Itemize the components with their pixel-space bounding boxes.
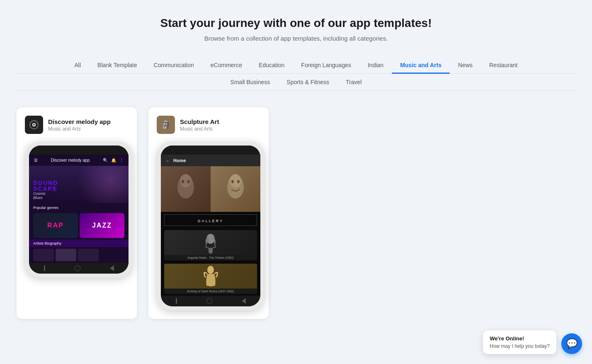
card-title-melody: Discover melody app	[48, 118, 111, 125]
phone-notch-sculpture	[161, 146, 260, 155]
melody-soundscape-title: SOUNDSCAPE	[33, 180, 58, 192]
tabs-row-2: Small Business Sports & Fitness Travel	[17, 74, 575, 91]
home-indicator-line	[44, 265, 45, 271]
svg-point-4	[180, 174, 192, 187]
melody-hero: SOUNDSCAPE CosmicBlues	[29, 166, 129, 203]
melody-thumbnails	[29, 247, 129, 263]
sculpture-toolbar: ← Home	[161, 155, 260, 166]
card-title-sculpture: Sculpture Art	[180, 118, 219, 125]
sculpture-toolbar-title: Home	[173, 158, 186, 163]
phone-inner-melody: ☰ Discover melody app 🔍 🔔 ⋮	[29, 146, 129, 274]
melody-section-label: Popular genres	[29, 203, 129, 211]
tab-ecommerce[interactable]: eCommerce	[202, 57, 250, 73]
card-sculpture-art[interactable]: 🗿 Sculpture Art Music and Arts ←	[148, 107, 269, 319]
sculpture-screen: ← Home	[161, 155, 260, 296]
tab-sports-fitness[interactable]: Sports & Fitness	[278, 74, 337, 90]
melody-toolbar-title: Discover melody app	[51, 158, 90, 163]
svg-point-14	[207, 266, 214, 274]
tab-education[interactable]: Education	[250, 57, 293, 73]
svg-point-2	[33, 124, 35, 126]
home-indicator-line-s	[176, 298, 177, 304]
phone-home-indicator-melody	[29, 263, 129, 274]
tab-blank-template[interactable]: Blank Template	[89, 57, 145, 73]
melody-toolbar: ☰ Discover melody app 🔍 🔔 ⋮	[29, 155, 129, 166]
hamburger-icon: ☰	[34, 158, 38, 163]
chat-bubble: We're Online! How may I help you today?	[483, 330, 556, 354]
tab-travel[interactable]: Travel	[337, 74, 370, 90]
thumbnail-3	[78, 249, 99, 261]
svg-point-8	[230, 174, 241, 187]
ecstasy-image	[164, 264, 257, 289]
melody-genre-grid: RAP JAZZ	[29, 211, 129, 240]
chat-message: How may I help you today?	[490, 343, 550, 349]
tab-news[interactable]: News	[450, 57, 481, 73]
tabs-row-1: All Blank Template Communication eCommer…	[17, 57, 575, 74]
hero-subtitle: Browse from a collection of app template…	[17, 35, 575, 42]
svg-point-13	[206, 238, 209, 243]
tab-restaurant[interactable]: Restaurant	[481, 57, 526, 73]
card-icon-melody	[25, 116, 43, 134]
melody-hero-bg	[69, 166, 129, 203]
melody-toolbar-icons: 🔍 🔔 ⋮	[103, 158, 124, 163]
card-discover-melody[interactable]: Discover melody app Music and Arts ☰ Dis…	[17, 107, 137, 319]
home-indicator-circle-s	[206, 298, 212, 304]
bell-icon: 🔔	[111, 158, 116, 163]
svg-point-10	[237, 180, 240, 183]
notch-pill-melody	[64, 149, 93, 155]
tab-foreign-languages[interactable]: Foreign Languages	[293, 57, 359, 73]
sculpture-face-right	[211, 166, 260, 212]
card-header-melody: Discover melody app Music and Arts	[25, 116, 129, 134]
hero-title: Start your journey with one of our app t…	[17, 17, 575, 30]
sculpture-hero-image	[161, 166, 260, 212]
back-icon: ←	[166, 158, 170, 163]
gallery-item-ecstasy: Ecstasy of Saint Teresa (1647-1652)	[164, 264, 257, 294]
cards-grid: Discover melody app Music and Arts ☰ Dis…	[17, 107, 575, 319]
svg-point-5	[182, 180, 184, 183]
card-subtitle-sculpture: Music and Arts	[180, 126, 219, 132]
genre-label-jazz: JAZZ	[92, 222, 112, 229]
gallery-item-thinker: Auguste Rodin - The Thinker (1902)	[164, 230, 257, 260]
chat-icon: 💬	[566, 338, 577, 349]
svg-point-6	[187, 180, 190, 183]
phone-melody: ☰ Discover melody app 🔍 🔔 ⋮	[25, 141, 133, 278]
tab-all[interactable]: All	[66, 57, 90, 73]
gallery-label-bar: GALLERY	[164, 214, 257, 226]
card-icon-sculpture: 🗿	[157, 116, 175, 134]
tab-communication[interactable]: Communication	[146, 57, 202, 73]
gallery-label: GALLERY	[198, 219, 223, 223]
home-indicator-back	[110, 265, 114, 271]
card-subtitle-melody: Music and Arts	[48, 126, 111, 132]
phone-home-indicator-sculpture	[161, 296, 260, 306]
phone-sculpture: ← Home	[157, 141, 264, 311]
tab-indian[interactable]: Indian	[359, 57, 392, 73]
page-wrapper: Start your journey with one of our app t…	[0, 0, 592, 344]
melody-cosmic-subtitle: CosmicBlues	[33, 192, 58, 200]
genre-label-rap: RAP	[47, 222, 64, 229]
tab-small-business[interactable]: Small Business	[222, 74, 279, 90]
tab-music-and-arts[interactable]: Music and Arts	[392, 57, 450, 73]
more-icon: ⋮	[119, 158, 124, 163]
thumbnail-1	[33, 249, 54, 261]
card-header-sculpture: 🗿 Sculpture Art Music and Arts	[157, 116, 260, 134]
home-indicator-circle	[75, 265, 80, 271]
ecstasy-caption: Ecstasy of Saint Teresa (1647-1652)	[164, 289, 257, 294]
thumbnail-2	[56, 249, 76, 261]
svg-point-9	[231, 180, 234, 183]
sculpture-face-left	[161, 166, 211, 212]
melody-hero-text: SOUNDSCAPE CosmicBlues	[33, 180, 58, 200]
search-icon: 🔍	[103, 158, 108, 163]
phone-notch-melody	[29, 146, 129, 155]
card-text-sculpture: Sculpture Art Music and Arts	[180, 118, 219, 132]
genre-tile-rap: RAP	[33, 213, 78, 238]
phone-inner-sculpture: ← Home	[161, 146, 260, 306]
genre-tile-jazz: JAZZ	[80, 213, 124, 238]
card-text-melody: Discover melody app Music and Arts	[48, 118, 111, 132]
thinker-caption: Auguste Rodin - The Thinker (1902)	[164, 255, 257, 260]
chat-widget: We're Online! How may I help you today? …	[483, 330, 582, 354]
chat-title: We're Online!	[490, 335, 550, 342]
thinker-image	[164, 230, 257, 255]
home-indicator-back-s	[242, 298, 246, 304]
notch-pill-sculpture	[196, 149, 225, 155]
melody-bio-label: Artists Biography	[29, 240, 129, 247]
chat-button[interactable]: 💬	[561, 333, 582, 354]
